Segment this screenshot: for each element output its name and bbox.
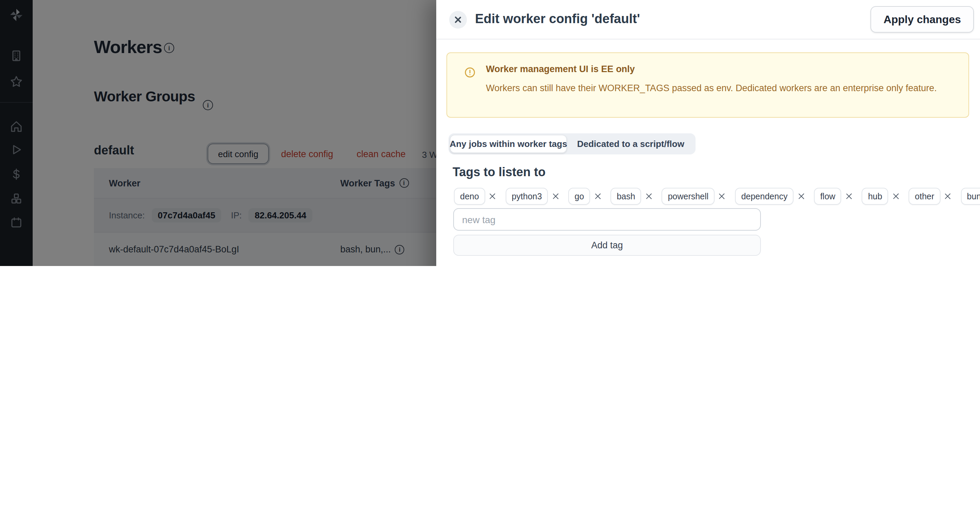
tag-python3: python3 (506, 188, 559, 205)
close-icon (454, 16, 462, 24)
toggle-any-jobs[interactable]: Any jobs within worker tags (450, 135, 567, 153)
drawer-title: Edit worker config 'default' (475, 11, 640, 27)
tag-list: deno python3 go bash powershell dependen… (454, 188, 980, 205)
tag-dependency: dependency (735, 188, 804, 205)
tag-go: go (569, 188, 601, 205)
tag-other: other (909, 188, 951, 205)
drawer-backdrop[interactable] (0, 0, 436, 266)
remove-tag-icon[interactable] (798, 193, 804, 200)
tag-label: deno (454, 188, 485, 205)
tag-label: powershell (662, 188, 715, 205)
tag-powershell: powershell (662, 188, 726, 205)
add-tag-button[interactable]: Add tag (453, 235, 761, 256)
remove-tag-icon[interactable] (892, 193, 899, 200)
alert-body: Workers can still have their WORKER_TAGS… (486, 81, 966, 95)
alert-circle-icon (464, 67, 476, 78)
remove-tag-icon[interactable] (594, 193, 601, 200)
tag-label: bun (961, 188, 980, 205)
tag-label: hub (862, 188, 888, 205)
ee-only-alert: Worker management UI is EE only Workers … (447, 52, 969, 118)
tag-label: go (569, 188, 590, 205)
close-drawer-button[interactable] (449, 11, 467, 29)
tag-label: python3 (506, 188, 548, 205)
edit-worker-config-drawer: Edit worker config 'default' Apply chang… (436, 0, 980, 266)
tag-label: flow (814, 188, 841, 205)
remove-tag-icon[interactable] (945, 193, 951, 200)
remove-tag-icon[interactable] (719, 193, 725, 200)
tag-label: dependency (735, 188, 794, 205)
tag-bun: bun (961, 188, 980, 205)
tag-bash: bash (611, 188, 652, 205)
remove-tag-icon[interactable] (552, 193, 559, 200)
drawer-header: Edit worker config 'default' Apply chang… (436, 0, 980, 40)
tag-hub: hub (862, 188, 899, 205)
tag-deno: deno (454, 188, 496, 205)
tag-flow: flow (814, 188, 852, 205)
tag-label: bash (611, 188, 641, 205)
remove-tag-icon[interactable] (646, 193, 652, 200)
toggle-dedicated[interactable]: Dedicated to a script/flow (567, 135, 695, 153)
app-window: Workers Worker Groups default edit confi… (0, 0, 980, 266)
remove-tag-icon[interactable] (489, 193, 496, 200)
tag-label: other (909, 188, 940, 205)
remove-tag-icon[interactable] (846, 193, 853, 200)
job-mode-toggle: Any jobs within worker tags Dedicated to… (449, 133, 696, 154)
apply-changes-button[interactable]: Apply changes (870, 6, 974, 33)
tags-heading: Tags to listen to (453, 165, 546, 179)
new-tag-input[interactable] (453, 208, 761, 230)
alert-title: Worker management UI is EE only (486, 64, 635, 74)
